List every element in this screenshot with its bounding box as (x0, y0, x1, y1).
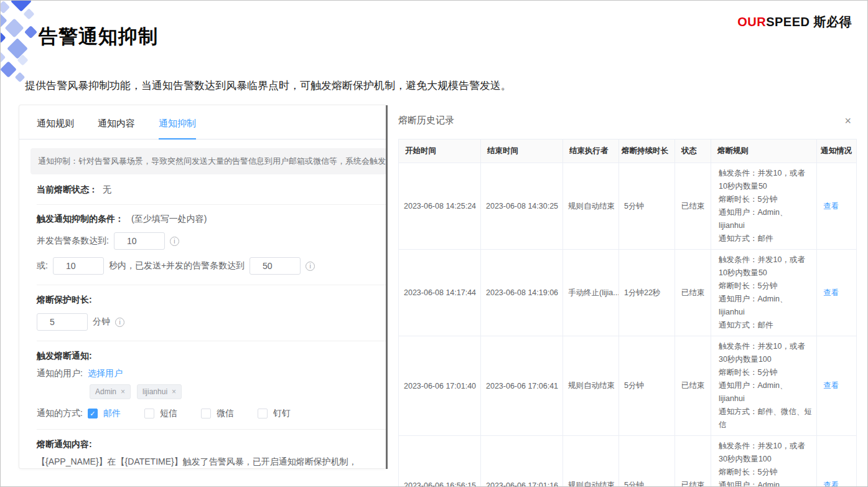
left-panel-tabs: 通知规则通知内容通知抑制 (19, 105, 386, 139)
table-row: 2023-06-06 17:01:402023-06-06 17:06:41规则… (399, 336, 857, 436)
column-header-3: 结束执行者 (563, 139, 619, 163)
notify-method-option[interactable]: 钉钉 (258, 408, 291, 419)
rule-line: 触发条件：并发10，或者30秒内数量100 (719, 440, 813, 466)
checkbox-icon[interactable] (258, 409, 268, 418)
section-divider (37, 285, 386, 285)
rule-line: 通知用户：Admin、lijianhui (719, 479, 813, 487)
ourspeed-logo: OURSPEED 斯必得 (737, 14, 852, 31)
trigger-notify-title: 触发熔断通知: (37, 351, 92, 361)
table-row: 2023-06-06 16:56:152023-06-06 17:01:16规则… (399, 436, 857, 487)
checkbox-checked-icon[interactable]: ✓ (88, 409, 98, 418)
checkbox-icon[interactable] (201, 409, 211, 418)
protect-duration-input[interactable] (37, 313, 88, 331)
notify-method-option-label: 短信 (160, 408, 177, 419)
cell-start-time: 2023-06-08 14:17:44 (399, 250, 481, 336)
tag-close-icon[interactable]: × (121, 387, 125, 396)
column-header-6: 熔断规则 (711, 139, 817, 163)
table-row: 2023-06-08 14:25:242023-06-08 14:30:25规则… (399, 163, 857, 250)
close-icon[interactable]: × (844, 115, 851, 126)
cell-duration: 5分钟 (619, 436, 675, 487)
cell-action: 查看 (817, 436, 857, 487)
rule-line: 熔断时长：5分钟 (719, 193, 813, 206)
cell-rule: 触发条件：并发10，或者10秒内数量50熔断时长：5分钟通知用户：Admin、l… (711, 250, 817, 336)
selected-user-tags: Admin×lijianhui× (90, 384, 386, 399)
fuse-history-header: 熔断历史记录 × (398, 115, 856, 126)
notify-method-option[interactable]: ✓邮件 (88, 408, 121, 419)
notify-method-row: 通知的方式: ✓邮件短信微信钉钉 (19, 408, 386, 419)
cell-rule: 触发条件：并发10，或者10秒内数量50熔断时长：5分钟通知用户：Admin、l… (711, 163, 817, 250)
fuse-history-title: 熔断历史记录 (398, 115, 454, 126)
page-subtitle: 提供告警风暴抑制功能，当通知告警数达到风暴临界点时，可触发熔断保护机制，避免大规… (25, 78, 511, 93)
notify-settings-card: 通知规则通知内容通知抑制 通知抑制：针对告警风暴场景，导致突然间发送大量的告警信… (19, 105, 386, 469)
section-divider (37, 429, 386, 430)
window-seconds-input[interactable] (53, 257, 104, 275)
select-user-link[interactable]: 选择用户 (88, 368, 123, 379)
checkbox-icon[interactable] (144, 409, 154, 418)
column-header-7: 通知情况 (817, 139, 857, 163)
view-link[interactable]: 查看 (823, 381, 839, 390)
notify-method-option-label: 微信 (217, 408, 234, 419)
condition-title-row: 触发通知抑制的条件： (至少填写一处内容) (19, 214, 386, 225)
threshold-count-input[interactable] (250, 257, 301, 275)
notify-method-option-label: 邮件 (103, 408, 121, 419)
cell-end-time: 2023-06-06 17:06:41 (481, 336, 563, 436)
rule-line: 触发条件：并发10，或者30秒内数量100 (719, 340, 813, 366)
cell-end-time: 2023-06-06 17:01:16 (481, 436, 563, 487)
rule-line: 通知方式：邮件、微信、短信 (719, 405, 813, 432)
logo-speed: SPEED (766, 15, 810, 29)
window-label: 秒内，已发送+并发的告警条数达到 (109, 260, 245, 272)
cell-start-time: 2023-06-08 14:25:24 (399, 163, 481, 250)
cell-executor: 规则自动结束 (563, 436, 619, 487)
current-status-row: 当前熔断状态： 无 (19, 184, 386, 196)
rule-line: 通知方式：邮件 (719, 232, 813, 245)
cell-end-time: 2023-06-08 14:19:06 (481, 250, 563, 336)
cell-status: 已结束 (675, 250, 711, 336)
panel-divider (386, 105, 388, 469)
view-link[interactable]: 查看 (823, 202, 839, 210)
notify-method-label: 通知的方式: (37, 408, 83, 419)
column-header-4: 熔断持续时长 (619, 139, 675, 163)
left-tab-3[interactable]: 通知抑制 (159, 118, 196, 139)
rule-line: 熔断时长：5分钟 (719, 366, 813, 379)
info-icon: i (306, 262, 315, 271)
user-tag-label: lijianhui (142, 387, 167, 396)
fuse-history-panel: 熔断历史记录 × 开始时间结束时间结束执行者熔断持续时长状态熔断规则通知情况 2… (398, 115, 856, 487)
rule-line: 触发条件：并发10，或者10秒内数量50 (719, 167, 813, 193)
cell-rule: 触发条件：并发10，或者30秒内数量100熔断时长：5分钟通知用户：Admin、… (711, 436, 817, 487)
protect-title-row: 熔断保护时长: (19, 294, 386, 306)
cell-status: 已结束 (675, 336, 711, 436)
info-icon: i (115, 318, 124, 327)
notify-method-option[interactable]: 短信 (144, 408, 177, 419)
cell-status: 已结束 (675, 163, 711, 250)
rule-line: 通知用户：Admin、lijianhui (719, 293, 813, 319)
rule-line: 触发条件：并发10，或者10秒内数量50 (719, 253, 813, 280)
rule-line: 通知用户：Admin、lijianhui (719, 379, 813, 405)
view-link[interactable]: 查看 (823, 288, 839, 297)
protect-duration-title: 熔断保护时长: (37, 295, 92, 305)
column-header-1: 开始时间 (399, 139, 481, 163)
tag-close-icon[interactable]: × (172, 387, 176, 396)
column-header-2: 结束时间 (481, 139, 563, 163)
concurrent-count-input[interactable] (114, 232, 165, 250)
rule-line: 熔断时长：5分钟 (719, 280, 813, 293)
notify-method-option[interactable]: 微信 (201, 408, 234, 419)
concurrent-condition-row: 并发告警条数达到: i (19, 232, 386, 250)
cell-action: 查看 (817, 163, 857, 250)
cell-end-time: 2023-06-08 14:30:25 (481, 163, 563, 250)
left-tab-1[interactable]: 通知规则 (37, 118, 74, 139)
content-title-row: 熔断通知内容: (19, 438, 386, 450)
left-tab-2[interactable]: 通知内容 (98, 118, 135, 139)
notify-method-option-label: 钉钉 (273, 408, 291, 419)
condition-hint: (至少填写一处内容) (131, 214, 207, 225)
cell-start-time: 2023-06-06 16:56:15 (399, 436, 481, 487)
cell-start-time: 2023-06-06 17:01:40 (399, 336, 481, 436)
logo-cn: 斯必得 (810, 15, 852, 29)
notify-title-row: 触发熔断通知: (19, 350, 386, 362)
cell-action: 查看 (817, 336, 857, 436)
view-link[interactable]: 查看 (823, 481, 839, 487)
cell-duration: 1分钟22秒 (619, 250, 675, 336)
cell-duration: 5分钟 (619, 336, 675, 436)
cell-executor: 手动终止(lijia... (563, 250, 619, 336)
cell-status: 已结束 (675, 436, 711, 487)
suppression-info-alert: 通知抑制：针对告警风暴场景，导致突然间发送大量的告警信息到用户邮箱或微信等，系统… (30, 148, 386, 174)
